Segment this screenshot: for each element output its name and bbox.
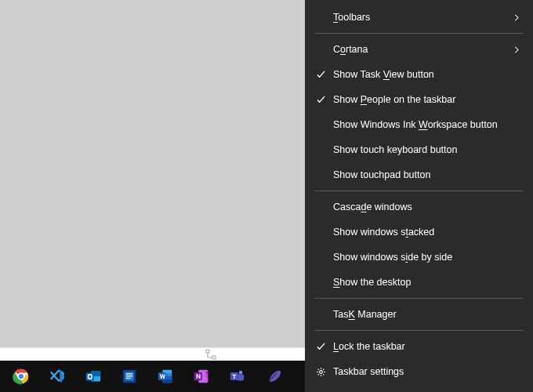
blank-icon: [316, 251, 333, 263]
menu-item-show-touch-keyboard[interactable]: Show touch keyboard button: [305, 137, 533, 162]
menu-separator: [314, 33, 524, 34]
taskbar-app-teams[interactable]: [219, 361, 256, 392]
menu-label-lock: Lock the taskbar: [333, 341, 522, 352]
word-icon: [156, 367, 175, 386]
blank-icon: [316, 276, 333, 289]
blank-icon: [316, 169, 333, 181]
menu-label-touch-kb: Show touch keyboard button: [333, 144, 522, 155]
taskbar-app-vscode[interactable]: [39, 361, 75, 392]
menu-item-cascade-windows[interactable]: Cascade windows: [305, 194, 533, 220]
svg-rect-1: [212, 356, 216, 359]
gear-icon: [316, 365, 333, 378]
teams-icon: [228, 367, 247, 386]
feather-icon: [264, 367, 283, 386]
svg-rect-21: [206, 375, 208, 378]
blank-icon: [316, 11, 333, 24]
menu-label-settings: Taskbar settings: [333, 366, 522, 377]
onenote-icon: [192, 367, 211, 386]
menu-label-side: Show windows side by side: [333, 252, 522, 263]
menu-item-show-desktop[interactable]: Show the desktop: [305, 270, 533, 295]
blank-icon: [316, 118, 333, 131]
check-icon: [316, 93, 333, 106]
svg-rect-11: [126, 373, 132, 374]
taskbar-app-word-alt[interactable]: [111, 361, 147, 392]
svg-rect-20: [206, 372, 208, 375]
taskbar-app-feather[interactable]: [256, 361, 292, 392]
blank-icon: [316, 226, 333, 238]
menu-separator: [314, 298, 524, 299]
menu-label-ink: Show Windows Ink Workspace button: [333, 119, 522, 130]
submenu-arrow-icon: [511, 44, 522, 55]
menu-label-task-manager: TasK Manager: [333, 309, 522, 320]
taskbar-app-chrome[interactable]: [3, 361, 39, 392]
outlook-icon: [84, 367, 103, 386]
menu-item-windows-side-by-side[interactable]: Show windows side by side: [305, 245, 533, 270]
svg-rect-13: [126, 378, 131, 379]
menu-item-show-people[interactable]: Show People on the taskbar: [305, 87, 533, 112]
menu-item-windows-stacked[interactable]: Show windows stacked: [305, 220, 533, 245]
menu-item-lock-taskbar[interactable]: Lock the taskbar: [305, 334, 533, 359]
menu-label-desktop: Show the desktop: [333, 277, 522, 288]
svg-rect-0: [206, 350, 209, 353]
svg-rect-12: [126, 376, 132, 376]
vscode-icon: [48, 367, 67, 386]
menu-item-show-task-view[interactable]: Show Task View button: [305, 62, 533, 87]
document-icon: [120, 367, 139, 386]
chrome-icon: [12, 367, 31, 386]
svg-point-24: [239, 371, 243, 375]
blank-icon: [316, 201, 333, 213]
menu-item-toolbars[interactable]: Toolbars: [305, 5, 533, 30]
taskbar-app-word[interactable]: [147, 361, 183, 392]
menu-label-cascade: Cascade windows: [333, 201, 522, 212]
menu-item-show-ink[interactable]: Show Windows Ink Workspace button: [305, 112, 533, 137]
svg-rect-22: [206, 379, 208, 382]
check-icon: [316, 340, 333, 353]
svg-point-27: [320, 370, 323, 373]
menu-item-task-manager[interactable]: TasK Manager: [305, 302, 533, 327]
menu-label-stacked: Show windows stacked: [333, 227, 522, 238]
menu-label-people: Show People on the taskbar: [333, 94, 522, 105]
svg-rect-7: [86, 372, 94, 380]
submenu-arrow-icon: [511, 12, 522, 23]
check-icon: [316, 68, 333, 81]
menu-separator: [314, 191, 524, 191]
menu-label-task-view: Show Task View button: [333, 69, 522, 80]
menu-label-toolbars: Toolbars: [333, 12, 511, 23]
blank-icon: [316, 43, 333, 56]
menu-item-cortana[interactable]: Cortana: [305, 37, 533, 62]
taskbar-app-onenote[interactable]: [183, 361, 219, 392]
taskbar-context-menu: Toolbars Cortana Show Task View button S…: [305, 0, 533, 392]
blank-icon: [316, 143, 333, 156]
taskbar-app-outlook[interactable]: [75, 361, 111, 392]
menu-separator: [314, 330, 524, 331]
menu-item-show-touchpad[interactable]: Show touchpad button: [305, 162, 533, 187]
menu-label-cortana: Cortana: [333, 44, 511, 55]
menu-item-taskbar-settings[interactable]: Taskbar settings: [305, 359, 533, 384]
menu-label-touchpad: Show touchpad button: [333, 169, 522, 180]
network-icon: [205, 349, 217, 360]
blank-icon: [316, 308, 333, 321]
